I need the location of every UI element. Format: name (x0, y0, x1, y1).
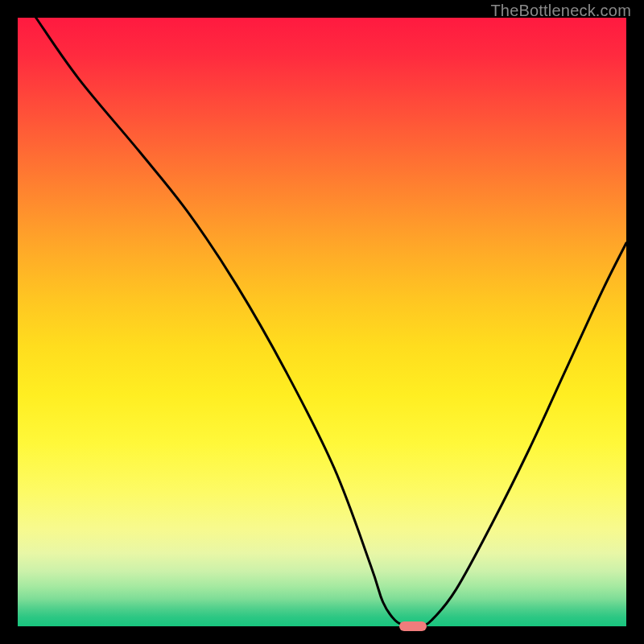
plot-area (18, 18, 626, 626)
bottleneck-curve (18, 18, 626, 626)
minimum-marker (399, 621, 427, 631)
chart-frame: TheBottleneck.com (0, 0, 644, 644)
